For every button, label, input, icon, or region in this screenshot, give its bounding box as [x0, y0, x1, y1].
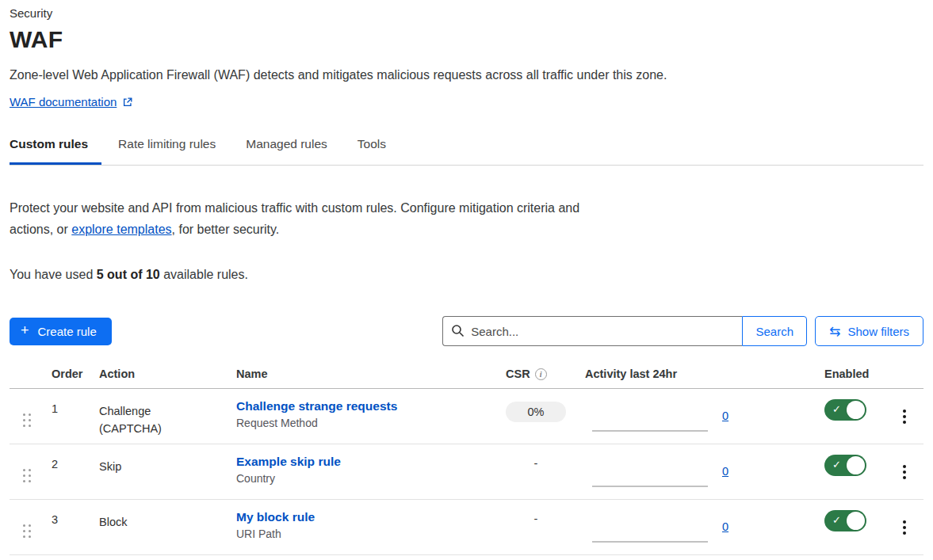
- rule-field: URI Path: [236, 528, 506, 540]
- toggle-knob: [847, 512, 865, 530]
- waf-page: Security WAF Zone-level Web Application …: [0, 0, 933, 555]
- more-options-button[interactable]: [900, 463, 909, 481]
- tab-managed-rules[interactable]: Managed rules: [246, 132, 327, 165]
- breadcrumb: Security: [10, 6, 923, 20]
- table-row: 2 Skip Example skip rule Country - 0 ✓: [10, 444, 923, 500]
- rule-action: Challenge (CAPTCHA): [99, 402, 178, 437]
- table-row: 1 Challenge (CAPTCHA) Challenge strange …: [10, 389, 923, 444]
- usage-count: 5 out of 10: [97, 268, 160, 281]
- check-icon: ✓: [832, 459, 841, 470]
- external-link-icon: [122, 97, 133, 108]
- create-rule-label: Create rule: [38, 325, 97, 338]
- intro-text: Protect your website and API from malici…: [10, 197, 592, 240]
- search-button[interactable]: Search: [742, 316, 807, 346]
- drag-handle-icon[interactable]: [23, 524, 31, 538]
- rule-field: Request Method: [236, 417, 506, 429]
- drag-handle-icon[interactable]: [23, 469, 31, 482]
- table-header: Order Action Name CSRi Activity last 24h…: [10, 363, 923, 389]
- csr-value: -: [506, 512, 566, 525]
- check-icon: ✓: [832, 514, 841, 526]
- col-activity: Activity last 24hr: [585, 368, 748, 380]
- tab-bar: Custom rules Rate limiting rules Managed…: [10, 132, 923, 166]
- rule-order: 3: [52, 500, 99, 554]
- check-icon: ✓: [832, 403, 841, 415]
- activity-sparkline: [592, 486, 708, 487]
- rule-order: 2: [52, 444, 99, 499]
- rule-action: Skip: [99, 458, 121, 475]
- intro-text-after: , for better security.: [172, 223, 280, 236]
- tab-tools[interactable]: Tools: [358, 132, 386, 165]
- search-icon: [451, 324, 465, 341]
- activity-count-link[interactable]: 0: [722, 520, 728, 533]
- usage-suffix: available rules.: [160, 268, 248, 281]
- more-options-button[interactable]: [900, 408, 909, 425]
- explore-templates-link[interactable]: explore templates: [71, 223, 171, 236]
- search-input[interactable]: [442, 316, 742, 346]
- tab-rate-limiting-rules[interactable]: Rate limiting rules: [118, 132, 216, 165]
- enabled-toggle[interactable]: ✓: [824, 455, 866, 476]
- col-order: Order: [52, 368, 99, 380]
- activity-sparkline: [592, 541, 708, 543]
- activity-count-link[interactable]: 0: [722, 410, 728, 422]
- col-csr: CSR: [506, 368, 530, 380]
- waf-documentation-link[interactable]: WAF documentation: [10, 95, 117, 109]
- rule-name-link[interactable]: Example skip rule: [236, 455, 341, 469]
- usage-text: You have used 5 out of 10 available rule…: [10, 268, 923, 282]
- more-options-button[interactable]: [900, 519, 909, 536]
- create-rule-button[interactable]: + Create rule: [10, 318, 112, 345]
- rule-action: Block: [99, 513, 127, 531]
- table-row: 3 Block My block rule URI Path - 0 ✓: [10, 500, 923, 555]
- filters-swap-icon: ⇆: [829, 325, 840, 338]
- toggle-knob: [847, 401, 865, 419]
- toggle-knob: [847, 456, 865, 474]
- rule-name-link[interactable]: My block rule: [236, 510, 315, 524]
- tab-custom-rules[interactable]: Custom rules: [10, 132, 101, 165]
- rule-name-link[interactable]: Challenge strange requests: [236, 399, 397, 413]
- rule-order: 1: [52, 389, 99, 444]
- rules-table: Order Action Name CSRi Activity last 24h…: [10, 363, 923, 555]
- activity-count-link[interactable]: 0: [722, 465, 728, 478]
- csr-value: 0%: [506, 402, 566, 422]
- activity-sparkline: [592, 430, 708, 432]
- plus-icon: +: [21, 323, 29, 337]
- csr-value: -: [506, 457, 566, 470]
- drag-handle-icon[interactable]: [23, 413, 31, 427]
- usage-prefix: You have used: [10, 268, 97, 281]
- show-filters-label: Show filters: [847, 325, 909, 338]
- col-name: Name: [236, 368, 506, 380]
- page-description: Zone-level Web Application Firewall (WAF…: [10, 68, 923, 82]
- toolbar: + Create rule Search ⇆ Show filt: [10, 316, 923, 346]
- enabled-toggle[interactable]: ✓: [824, 510, 866, 531]
- rule-field: Country: [236, 472, 506, 485]
- col-action: Action: [99, 368, 236, 380]
- table-body: 1 Challenge (CAPTCHA) Challenge strange …: [10, 389, 923, 555]
- col-enabled: Enabled: [824, 368, 888, 380]
- info-icon[interactable]: i: [535, 368, 547, 380]
- page-title: WAF: [10, 26, 923, 53]
- enabled-toggle[interactable]: ✓: [824, 399, 866, 421]
- show-filters-button[interactable]: ⇆ Show filters: [815, 316, 923, 346]
